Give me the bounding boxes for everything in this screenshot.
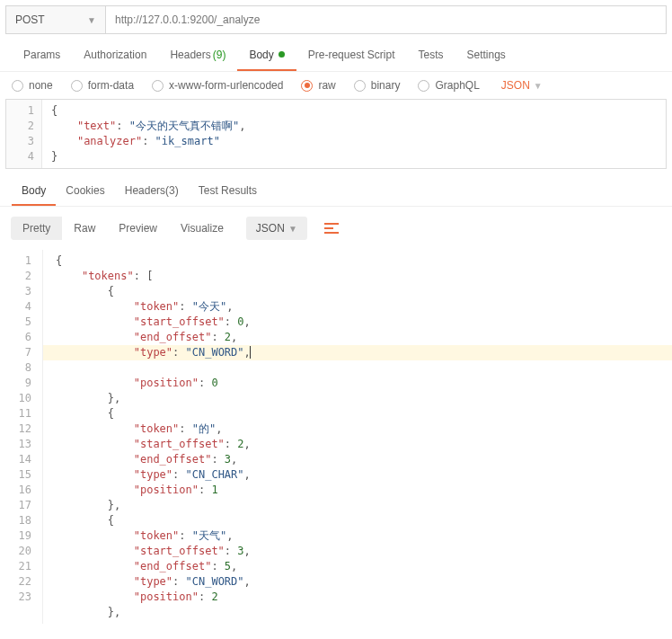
tab-tests[interactable]: Tests — [406, 40, 455, 71]
resp-gutter: 1234567891011121314151617181920212223 — [0, 250, 43, 624]
wrap-lines-icon — [324, 223, 339, 234]
url-value: http://127.0.0.1:9200/_analyze — [115, 13, 260, 26]
response-lang-select[interactable]: JSON ▼ — [246, 217, 307, 240]
tab-prerequest[interactable]: Pre-request Script — [296, 40, 407, 71]
http-method-label: POST — [15, 13, 45, 26]
response-body-viewer[interactable]: 1234567891011121314151617181920212223 { … — [0, 250, 672, 624]
request-body-code: { "text": "今天的天气真不错啊", "analyzer": "ik_s… — [42, 100, 666, 168]
bodytype-none[interactable]: none — [12, 79, 53, 92]
body-lang-select[interactable]: JSON ▼ — [501, 79, 543, 92]
resp-tab-headers[interactable]: Headers (3) — [115, 176, 189, 206]
radio-icon — [301, 80, 313, 92]
radio-icon — [152, 80, 164, 92]
preview-button[interactable]: Preview — [107, 217, 169, 240]
chevron-down-icon: ▼ — [534, 81, 543, 91]
tab-headers-label: Headers — [170, 49, 210, 61]
resp-tab-headers-count: (3) — [165, 184, 179, 197]
resp-tab-test-results[interactable]: Test Results — [189, 176, 267, 206]
body-type-row: none form-data x-www-form-urlencoded raw… — [0, 72, 672, 99]
chevron-down-icon: ▼ — [87, 15, 96, 25]
request-body-editor[interactable]: 1234 { "text": "今天的天气真不错啊", "analyzer": … — [5, 99, 667, 169]
resp-tab-body[interactable]: Body — [12, 176, 56, 206]
radio-icon — [12, 80, 23, 92]
bodytype-graphql-label: GraphQL — [435, 79, 479, 92]
http-method-select[interactable]: POST ▼ — [5, 5, 106, 34]
bodytype-form-data[interactable]: form-data — [71, 79, 134, 92]
response-lang-label: JSON — [256, 222, 285, 235]
tab-authorization[interactable]: Authorization — [72, 40, 158, 71]
body-modified-dot-icon — [279, 51, 285, 58]
radio-icon — [418, 80, 429, 92]
radio-icon — [354, 80, 366, 92]
bodytype-raw[interactable]: raw — [301, 79, 335, 92]
bodytype-graphql[interactable]: GraphQL — [418, 79, 479, 92]
resp-tab-headers-label: Headers — [125, 184, 165, 197]
tab-body-label: Body — [249, 49, 273, 61]
raw-button[interactable]: Raw — [62, 217, 107, 240]
bodytype-form-data-label: form-data — [88, 79, 134, 92]
bodytype-urlencoded[interactable]: x-www-form-urlencoded — [152, 79, 283, 92]
bodytype-binary-label: binary — [371, 79, 401, 92]
bodytype-binary[interactable]: binary — [354, 79, 401, 92]
tab-headers[interactable]: Headers (9) — [158, 40, 237, 71]
bodytype-none-label: none — [29, 79, 53, 92]
pretty-group: Pretty Raw Preview Visualize — [11, 217, 235, 240]
response-toolbar: Pretty Raw Preview Visualize JSON ▼ — [0, 207, 672, 250]
tab-settings[interactable]: Settings — [455, 40, 517, 71]
bodytype-raw-label: raw — [318, 79, 335, 92]
response-tabs: Body Cookies Headers (3) Test Results — [0, 176, 672, 207]
url-input[interactable]: http://127.0.0.1:9200/_analyze — [106, 5, 667, 34]
tab-params[interactable]: Params — [12, 40, 72, 71]
bodytype-urlencoded-label: x-www-form-urlencoded — [169, 79, 283, 92]
body-lang-label: JSON — [501, 79, 530, 92]
resp-tab-cookies[interactable]: Cookies — [56, 176, 114, 206]
tab-headers-count: (9) — [213, 49, 226, 61]
chevron-down-icon: ▼ — [288, 224, 297, 234]
pretty-button[interactable]: Pretty — [11, 217, 62, 240]
request-tabs: Params Authorization Headers (9) Body Pr… — [0, 40, 672, 72]
req-gutter: 1234 — [6, 100, 42, 168]
response-body-code: { "tokens": [ { "token": "今天", "start_of… — [43, 250, 672, 624]
wrap-lines-button[interactable] — [318, 216, 345, 241]
tab-body[interactable]: Body — [237, 40, 296, 71]
radio-icon — [71, 80, 83, 92]
visualize-button[interactable]: Visualize — [169, 217, 235, 240]
